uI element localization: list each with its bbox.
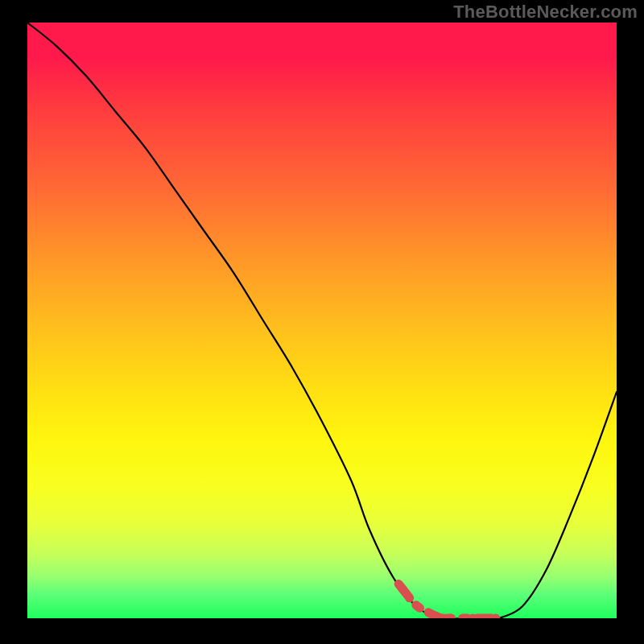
bottleneck-curve-path xyxy=(27,23,617,618)
bottom-red-segment xyxy=(398,584,500,618)
chart-frame: TheBottleNecker.com xyxy=(0,0,644,644)
plot-area xyxy=(27,23,617,618)
curve-layer xyxy=(27,23,617,618)
watermark-text: TheBottleNecker.com xyxy=(453,2,638,23)
